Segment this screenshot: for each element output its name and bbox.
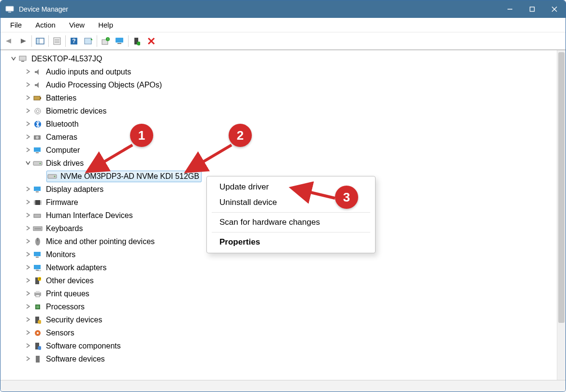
chevron-right-icon[interactable]: [24, 343, 32, 349]
svg-rect-23: [116, 38, 123, 43]
chevron-right-icon[interactable]: [24, 356, 32, 363]
chevron-down-icon[interactable]: [24, 160, 32, 167]
chevron-right-icon[interactable]: [24, 330, 32, 336]
content-area: DESKTOP-4L537JQ Audio inputs and outputs…: [0, 50, 566, 380]
tree-item-biometric[interactable]: Biometric devices: [2, 104, 556, 117]
chevron-down-icon[interactable]: [9, 56, 18, 62]
monitor-icon: [32, 145, 43, 155]
tree-item-batteries[interactable]: Batteries: [2, 91, 556, 104]
chevron-right-icon[interactable]: [24, 69, 32, 75]
tree-item-other[interactable]: ?Other devices: [2, 274, 556, 287]
selected-device-row[interactable]: NVMe OM3PDP3-AD NVMe KDI 512GB: [46, 171, 202, 182]
tree-item-audio-io[interactable]: Audio inputs and outputs: [2, 65, 556, 78]
nav-back-button[interactable]: [1, 34, 16, 48]
nav-forward-button[interactable]: [16, 34, 30, 48]
chevron-right-icon[interactable]: [24, 225, 32, 232]
chevron-right-icon[interactable]: [24, 264, 32, 271]
tree-root[interactable]: DESKTOP-4L537JQ: [2, 52, 556, 65]
tree-item-label: Human Interface Devices: [46, 211, 133, 220]
bluetooth-icon: [32, 119, 43, 129]
chip-icon: [32, 198, 43, 207]
chevron-right-icon[interactable]: [24, 186, 32, 193]
tree-item-bluetooth[interactable]: Bluetooth: [2, 117, 556, 131]
software-device-icon: [32, 354, 43, 364]
enable-device-button[interactable]: [130, 34, 144, 48]
maximize-button[interactable]: [521, 0, 543, 18]
chevron-right-icon[interactable]: [24, 199, 32, 206]
svg-text:?: ?: [39, 277, 41, 281]
tree-item-processors[interactable]: Processors: [2, 300, 556, 313]
printer-icon: [32, 289, 43, 299]
svg-rect-61: [34, 252, 41, 256]
context-menu-uninstall[interactable]: Uninstall device: [207, 195, 375, 210]
vertical-scrollbar[interactable]: [557, 50, 566, 380]
scan-hardware-button[interactable]: [81, 34, 96, 48]
fingerprint-icon: [32, 106, 43, 116]
svg-rect-41: [36, 152, 39, 153]
svg-rect-63: [34, 265, 41, 269]
chevron-right-icon[interactable]: [24, 121, 32, 128]
chevron-right-icon[interactable]: [24, 290, 32, 297]
keyboard-icon: [32, 224, 43, 233]
tree-item-label: Security devices: [46, 316, 102, 324]
chevron-right-icon[interactable]: [24, 134, 32, 141]
show-hide-console-button[interactable]: [33, 34, 47, 48]
device-tree[interactable]: DESKTOP-4L537JQ Audio inputs and outputs…: [0, 50, 557, 380]
tree-item-software-components[interactable]: Software components: [2, 339, 556, 352]
help-button[interactable]: ?: [67, 34, 81, 48]
component-icon: [32, 341, 43, 351]
chevron-right-icon[interactable]: [24, 95, 32, 102]
monitor-icon: [32, 250, 43, 260]
chevron-right-icon[interactable]: [24, 277, 32, 284]
window-title: Device Manager: [19, 5, 499, 13]
chevron-right-icon[interactable]: [24, 108, 32, 115]
device-monitor-button[interactable]: [113, 34, 127, 48]
scrollbar-thumb[interactable]: [558, 52, 565, 323]
chevron-right-icon[interactable]: [24, 238, 32, 245]
lock-icon: [32, 315, 43, 325]
tree-item-network[interactable]: Network adapters: [2, 261, 556, 274]
chevron-right-icon[interactable]: [24, 317, 32, 323]
tree-item-security[interactable]: Security devices: [2, 313, 556, 326]
uninstall-button[interactable]: [144, 34, 159, 48]
tree-item-sensors[interactable]: Sensors: [2, 326, 556, 339]
menu-help[interactable]: Help: [91, 19, 120, 31]
chevron-right-icon[interactable]: [24, 147, 32, 154]
toolbar-separator: [65, 35, 66, 47]
tree-item-label: Other devices: [46, 276, 94, 285]
tree-item-apo[interactable]: Audio Processing Objects (APOs): [2, 78, 556, 91]
svg-rect-30: [21, 61, 24, 62]
menu-file[interactable]: File: [3, 19, 29, 31]
tree-item-computer[interactable]: Computer: [2, 144, 556, 157]
properties-small-button[interactable]: [50, 34, 64, 48]
context-menu-scan[interactable]: Scan for hardware changes: [207, 215, 375, 230]
chevron-right-icon[interactable]: [24, 251, 32, 258]
svg-marker-7: [21, 39, 26, 44]
chevron-right-icon[interactable]: [24, 304, 32, 310]
svg-rect-47: [36, 191, 39, 192]
close-button[interactable]: [543, 0, 566, 18]
context-menu-update-driver[interactable]: Update driver: [207, 179, 375, 195]
tree-item-software-devices[interactable]: Software devices: [2, 352, 556, 365]
svg-rect-24: [117, 43, 121, 44]
chevron-right-icon[interactable]: [24, 212, 32, 219]
update-driver-button[interactable]: ↑: [98, 34, 113, 48]
svg-rect-71: [36, 295, 40, 297]
other-device-icon: ?: [32, 276, 43, 286]
context-menu-properties[interactable]: Properties: [207, 234, 375, 250]
tree-item-cameras[interactable]: Cameras: [2, 131, 556, 144]
tree-item-disk-drives[interactable]: Disk drives: [2, 157, 556, 170]
tree-item-printers[interactable]: Print queues: [2, 287, 556, 300]
disk-icon: [47, 172, 58, 181]
battery-icon: [32, 93, 43, 103]
svg-point-45: [54, 175, 56, 177]
menu-action[interactable]: Action: [29, 19, 62, 31]
tree-item-label: Batteries: [46, 94, 76, 102]
tree-item-label: Software devices: [46, 355, 105, 363]
svg-rect-56: [33, 227, 42, 231]
menu-view[interactable]: View: [62, 19, 91, 31]
chevron-right-icon[interactable]: [24, 82, 32, 88]
menubar: File Action View Help: [0, 18, 566, 32]
minimize-button[interactable]: [499, 0, 521, 18]
display-adapter-icon: [32, 185, 43, 194]
